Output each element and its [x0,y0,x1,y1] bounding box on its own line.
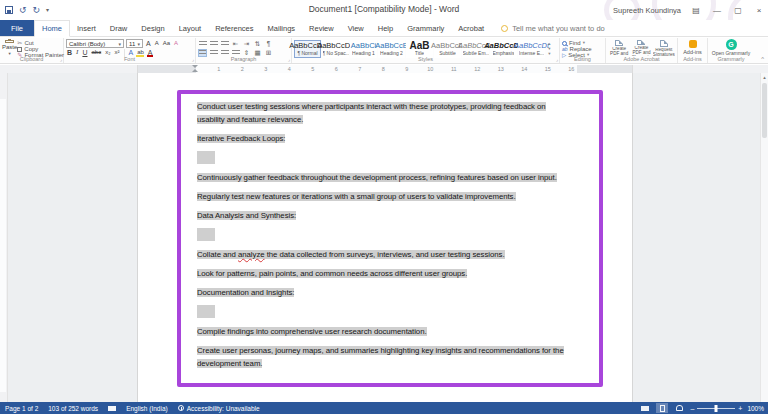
sort-button[interactable]: ⇅ [253,40,262,48]
addins-icon[interactable] [689,40,697,48]
word-window: ↺ ↻ ▾ Document1 [Compatibility Mode] - W… [0,0,768,414]
tab-grammarly[interactable]: Grammarly [400,20,451,36]
tab-help[interactable]: Help [371,20,400,36]
ribbon-display-options-icon[interactable]: ▤ [690,6,702,15]
font-name-combo[interactable]: Calibri (Body) ▾ [66,39,124,48]
tab-acrobat[interactable]: Acrobat [451,20,491,36]
styles-dialog-launcher-icon[interactable]: ⌟ [556,56,558,63]
decrease-indent-button[interactable]: ⇤ [231,40,240,48]
paragraph[interactable]: Data Analysis and Synthesis: [197,209,575,222]
restore-icon[interactable]: ▢ [732,6,744,15]
proofing-status[interactable] [103,402,121,414]
zoom-percentage[interactable]: 100% [747,405,764,412]
paragraph[interactable]: Documentation and Insights: [197,286,575,299]
group-label-styles: Styles [292,56,559,63]
tab-review[interactable]: Review [302,20,341,36]
group-adobe-acrobat: Create PDF and Share link Create PDF and… [606,38,678,63]
tab-mailings[interactable]: Mailings [261,20,303,36]
tab-home[interactable]: Home [34,20,70,37]
close-icon[interactable]: × [753,6,765,15]
addins-button[interactable]: Add-ins [683,49,702,55]
ruler-number: 2 [231,65,255,73]
show-paragraph-marks-button[interactable]: ¶ [264,40,273,48]
scroll-up-icon[interactable]: ▴ [761,73,768,82]
paragraph[interactable]: Compile findings into comprehensive user… [197,325,575,338]
horizontal-ruler[interactable]: 12345678910111213141516 [0,65,768,73]
redo-icon[interactable]: ↻ [33,5,41,15]
accessibility-status[interactable]: Accessibility: Unavailable [173,402,265,414]
increase-indent-button[interactable]: ⇥ [242,40,251,48]
paragraph[interactable]: Conduct user testing sessions where part… [197,100,575,126]
save-icon[interactable] [5,6,13,14]
create-pdf-share-link-button[interactable]: Create PDF and Share link [608,39,630,56]
justify-icon [232,50,240,56]
ribbon-tab-row: File Home Insert Draw Design Layout Refe… [0,20,768,37]
zoom-slider-thumb[interactable] [715,405,718,412]
paragraph[interactable]: Collate and analyze the data collected f… [197,248,575,261]
signed-in-user[interactable]: Supreeth Koundinya [613,6,681,15]
ruler-number: 11 [442,65,466,73]
tab-layout[interactable]: Layout [172,20,209,36]
lightbulb-icon [501,25,508,32]
tab-references[interactable]: References [208,20,260,36]
tell-me-box[interactable]: Tell me what you want to do [501,20,605,36]
group-editing: Find ▾ ab Replace ▷ Select ▾ Editing [560,38,606,63]
web-layout-button[interactable] [673,403,685,413]
document-text[interactable]: Conduct user testing sessions where part… [197,100,575,376]
zoom-out-icon[interactable]: – [690,405,694,412]
hanging-indent-marker[interactable] [192,69,198,72]
misspelled-word[interactable]: analyze [238,250,265,259]
vertical-ruler[interactable] [0,73,8,402]
group-grammarly: G Open Grammarly Grammarly [708,38,754,63]
word-count[interactable]: 103 of 252 words [43,402,103,414]
read-mode-button[interactable] [639,403,651,413]
paste-button[interactable]: Paste ▾ [2,39,17,56]
grammarly-icon[interactable]: G [726,39,737,50]
create-pdf-share-outlook-button[interactable]: Create PDF and Share via Outlook [630,39,652,56]
paragraph[interactable]: Iterative Feedback Loops: [197,132,575,145]
minimize-icon[interactable]: — [711,6,723,15]
print-layout-button[interactable] [656,403,668,413]
bullets-button[interactable] [198,40,207,48]
align-left-icon [199,50,206,56]
request-signatures-button[interactable]: Request Signatures [653,39,675,56]
empty-paragraph[interactable] [197,151,575,165]
numbering-button[interactable] [209,40,218,48]
ruler-numbers: 12345678910111213141516 [207,65,583,73]
vertical-scrollbar[interactable]: ▴ [760,73,768,402]
tab-file[interactable]: File [0,20,34,36]
empty-paragraph[interactable] [197,228,575,242]
multilevel-list-button[interactable] [220,40,229,48]
document-page[interactable]: Conduct user testing sessions where part… [137,73,633,402]
paragraph[interactable]: Look for patterns, pain points, and comm… [197,267,575,280]
shrink-font-button[interactable]: A [154,39,160,48]
customize-qat-icon[interactable]: ▾ [46,6,49,13]
tab-draw[interactable]: Draw [103,20,135,36]
tab-view[interactable]: View [341,20,371,36]
selection-highlight-block [197,151,215,164]
first-line-indent-marker[interactable] [192,65,198,68]
group-label-clipboard: Clipboard [0,56,63,63]
clear-formatting-button[interactable]: A [173,39,179,48]
collapse-ribbon-icon[interactable]: ^ [761,56,764,62]
tab-design[interactable]: Design [134,20,171,36]
zoom-slider[interactable] [697,408,735,409]
tab-insert[interactable]: Insert [70,20,103,36]
change-case-button[interactable]: Aa [162,39,171,48]
grow-font-button[interactable]: A [145,39,152,48]
font-name-caret-icon: ▾ [118,40,121,48]
page-indicator[interactable]: Page 1 of 2 [0,402,43,414]
zoom-in-icon[interactable]: + [738,405,742,412]
scrollbar-thumb[interactable] [762,83,767,138]
language-indicator[interactable]: English (India) [121,402,173,414]
ruler-number: 13 [489,65,513,73]
clipboard-dialog-launcher-icon[interactable]: ⌟ [60,56,62,63]
font-size-combo[interactable]: 11 ▾ [126,39,143,48]
empty-paragraph[interactable] [197,305,575,319]
undo-icon[interactable]: ↺ [19,5,27,15]
paragraph-dialog-launcher-icon[interactable]: ⌟ [288,56,290,63]
paragraph[interactable]: Create user personas, journey maps, and … [197,344,575,370]
paragraph[interactable]: Regularly test new features or iteration… [197,190,575,203]
font-dialog-launcher-icon[interactable]: ⌟ [192,56,194,63]
paragraph[interactable]: Continuously gather feedback throughout … [197,171,575,184]
